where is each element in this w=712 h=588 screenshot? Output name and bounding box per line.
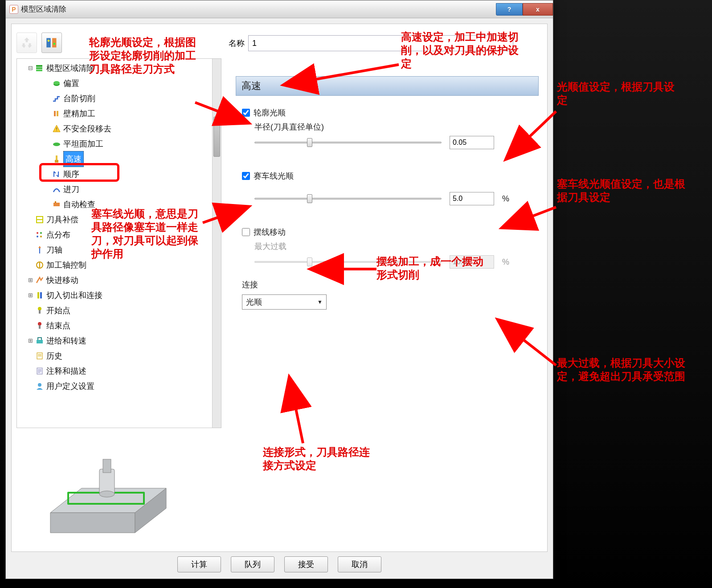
- expand-icon[interactable]: ⊟: [27, 61, 34, 76]
- name-label: 名称: [229, 38, 245, 49]
- tree-item-label: 快进移动: [46, 273, 78, 288]
- dot-green-icon: [52, 78, 61, 88]
- tree-item[interactable]: 开始点: [18, 303, 220, 318]
- connect-select[interactable]: 光顺 ▼: [242, 294, 327, 310]
- expand-icon[interactable]: ⊞: [27, 288, 34, 303]
- cancel-button[interactable]: 取消: [338, 556, 381, 572]
- tree-item[interactable]: 刀具补偿: [18, 212, 220, 227]
- tree-item[interactable]: 注释和描述: [18, 363, 220, 379]
- expand-icon[interactable]: ⊞: [27, 273, 34, 288]
- radius-slider[interactable]: [254, 137, 442, 148]
- step-blue-icon: [52, 94, 61, 103]
- tree-item-label: 高速: [63, 151, 84, 167]
- tree-item[interactable]: 顺序: [18, 167, 220, 182]
- titlebar: P 模型区域清除 ? x: [6, 0, 553, 18]
- svg-rect-29: [40, 292, 42, 298]
- radius-input[interactable]: [450, 136, 494, 149]
- tree-item[interactable]: ⊟模型区域清除: [18, 61, 220, 76]
- tree-item[interactable]: 偏置: [18, 76, 220, 91]
- tree-item[interactable]: ⊞切入切出和连接: [18, 288, 220, 303]
- tree-item[interactable]: 加工轴控制: [18, 257, 220, 273]
- tree-item-label: 用户定义设置: [46, 379, 94, 394]
- svg-rect-31: [39, 310, 41, 314]
- strategy-button[interactable]: [41, 33, 62, 53]
- tree-item[interactable]: 用户定义设置: [18, 379, 220, 394]
- annotation-smooth-value: 光顺值设定，根据刀具设定: [557, 80, 682, 107]
- tree-item-label: 模型区域清除: [46, 61, 94, 76]
- tree-item[interactable]: 历史: [18, 348, 220, 363]
- svg-point-30: [38, 307, 41, 310]
- tree-item[interactable]: 壁精加工: [18, 106, 220, 121]
- tree-item-label: 进刀: [63, 182, 79, 197]
- raceline-smoothing-checkbox[interactable]: [242, 172, 250, 180]
- wall-orange-icon: [52, 109, 61, 118]
- dots-red-icon: [35, 230, 45, 240]
- svg-rect-10: [57, 111, 58, 116]
- notes-icon: [35, 366, 45, 376]
- tool-yellow-icon: [52, 154, 61, 164]
- annotation-max-overload: 最大过载，根据刀具大小设定，避免超出刀具承受范围: [557, 356, 691, 383]
- tree-item-label: 刀具补偿: [46, 212, 78, 227]
- raceline-input[interactable]: [450, 192, 494, 205]
- tree-item[interactable]: 自动检查: [18, 197, 220, 212]
- tree-scrollbar[interactable]: [212, 59, 221, 428]
- tree-item-label: 切入切出和连接: [46, 288, 102, 303]
- svg-point-32: [38, 322, 41, 326]
- tree-item-label: 注释和描述: [46, 363, 86, 379]
- tree-item-label: 自动检查: [63, 197, 95, 212]
- tree-item[interactable]: 进刀: [18, 182, 220, 197]
- expand-icon[interactable]: ⊞: [27, 333, 34, 348]
- connect-label: 连接: [242, 279, 536, 290]
- user-icon: [35, 381, 45, 391]
- tree-item-label: 加工轴控制: [46, 257, 86, 273]
- svg-rect-4: [36, 65, 42, 67]
- tree-item[interactable]: 高速: [18, 151, 220, 167]
- axisctrl-icon: [35, 260, 45, 270]
- tree-item[interactable]: ⊞快进移动: [18, 273, 220, 288]
- auto-orange-icon: [52, 200, 61, 209]
- stack-green-icon: [35, 63, 45, 73]
- tree-item-label: 刀轴: [46, 242, 62, 257]
- strategy-tree[interactable]: ⊟模型区域清除偏置台阶切削壁精加工!不安全段移去平坦面加工高速顺序进刀自动检查刀…: [16, 58, 221, 428]
- svg-point-22: [37, 236, 38, 237]
- svg-rect-28: [37, 292, 39, 298]
- svg-rect-9: [54, 111, 56, 116]
- axis-icon: [35, 245, 45, 255]
- recycle-button[interactable]: [16, 33, 37, 53]
- tree-item[interactable]: 台阶切削: [18, 91, 220, 106]
- strategy-preview: [33, 446, 184, 553]
- trochoidal-checkbox[interactable]: [242, 228, 250, 236]
- dialog-window: P 模型区域清除 ? x ⊟模型区域清除偏置台阶切削壁精加工!不安全段移去平坦面…: [5, 0, 553, 579]
- leads-icon: [35, 290, 45, 300]
- raceline-slider[interactable]: [254, 193, 442, 204]
- svg-point-8: [53, 81, 60, 85]
- accept-button[interactable]: 接受: [284, 556, 328, 572]
- max-overload-label: 最大过载: [254, 241, 536, 252]
- history-icon: [35, 351, 45, 361]
- order-blue-icon: [52, 169, 61, 179]
- svg-point-21: [40, 232, 42, 234]
- svg-rect-16: [53, 203, 60, 206]
- profile-smoothing-checkbox[interactable]: [242, 109, 250, 117]
- tree-item[interactable]: ⊞进给和转速: [18, 333, 220, 348]
- svg-point-20: [37, 232, 38, 234]
- raceline-smoothing-label: 赛车线光顺: [254, 171, 294, 181]
- radius-label: 半径(刀具直径单位): [254, 122, 536, 132]
- svg-marker-44: [50, 513, 135, 533]
- tree-item[interactable]: 点分布: [18, 227, 220, 242]
- queue-button[interactable]: 队列: [231, 556, 274, 572]
- tree-item-label: 历史: [46, 348, 62, 363]
- svg-point-42: [38, 383, 41, 387]
- svg-marker-25: [38, 246, 41, 248]
- comp-yellow-icon: [35, 215, 45, 225]
- help-button[interactable]: ?: [496, 3, 523, 16]
- tree-item[interactable]: !不安全段移去: [18, 121, 220, 136]
- tree-item[interactable]: 刀轴: [18, 242, 220, 257]
- warn-yellow-icon: !: [52, 124, 61, 134]
- svg-rect-6: [36, 69, 42, 71]
- tree-item[interactable]: 平坦面加工: [18, 136, 220, 151]
- calculate-button[interactable]: 计算: [177, 556, 221, 572]
- toolpath-name-input[interactable]: [248, 35, 513, 51]
- close-button[interactable]: x: [523, 3, 553, 16]
- tree-item[interactable]: 结束点: [18, 318, 220, 333]
